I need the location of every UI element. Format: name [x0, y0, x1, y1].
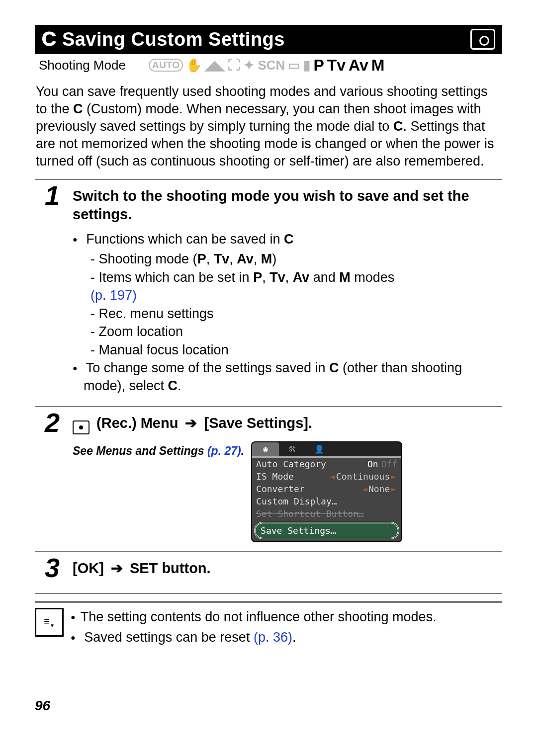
- step-heading: (Rec.) Menu ➔ [Save Settings].: [73, 414, 499, 434]
- page-reference-link[interactable]: (p. 197): [73, 286, 499, 304]
- mode-icon: ▮: [303, 58, 310, 73]
- menu-item: Custom Display…: [252, 495, 401, 507]
- arrow-right-icon: ➔: [185, 415, 197, 431]
- arrow-right-icon: ➔: [111, 560, 123, 576]
- step-row: 2 (Rec.) Menu ➔ [Save Settings]. See Men…: [35, 407, 502, 552]
- menu-screenshot: ◉ 🛠 👤 Auto Category OnOff IS Mode ◄Conti…: [251, 441, 402, 542]
- mode-icon: ⛶: [228, 58, 241, 73]
- step-body: [OK] ➔ SET button.: [70, 552, 502, 593]
- mode-tv: Tv: [327, 56, 346, 75]
- menu-tab-tools-icon: 🛠: [279, 442, 306, 456]
- shooting-mode-row: Shooting Mode AUTO ✋ ◢◣ ⛶ ✦ SCN ▭ ▮ P Tv…: [35, 54, 502, 76]
- c-glyph-inline: C: [393, 119, 403, 134]
- mode-p: P: [313, 56, 324, 75]
- dash-item: - Zoom location: [73, 323, 499, 340]
- shooting-mode-icons: AUTO ✋ ◢◣ ⛶ ✦ SCN ▭ ▮ P Tv Av M: [146, 56, 502, 75]
- menu-item: Converter ◄None►: [252, 483, 401, 495]
- dash-item: - Manual focus location: [73, 341, 499, 359]
- mode-av: Av: [349, 56, 368, 75]
- step-body: Switch to the shooting mode you wish to …: [70, 180, 502, 406]
- step-number: 2: [35, 407, 70, 551]
- note-item: Saved settings can be reset (p. 36).: [71, 628, 502, 646]
- menu-tabs: ◉ 🛠 👤: [252, 442, 401, 458]
- step-number: 3: [35, 552, 70, 593]
- c-glyph-icon: C: [42, 28, 56, 50]
- menu-item: IS Mode ◄Continuous►: [252, 470, 401, 483]
- page-number: 96: [35, 698, 502, 714]
- camera-icon: [470, 29, 495, 50]
- section-title-bar: C Saving Custom Settings: [35, 25, 502, 54]
- rec-menu-icon: [73, 420, 90, 434]
- c-glyph-inline: C: [73, 101, 83, 116]
- intro-paragraph: You can save frequently used shooting mo…: [36, 83, 501, 170]
- page-reference-link[interactable]: (p. 27): [207, 444, 241, 457]
- step-number: 1: [35, 180, 70, 406]
- mode-auto-icon: AUTO: [149, 59, 183, 72]
- dash-item: - Rec. menu settings: [73, 305, 499, 323]
- shooting-mode-label: Shooting Mode: [35, 58, 146, 73]
- section-title-text: Saving Custom Settings: [62, 29, 285, 50]
- step-heading: Switch to the shooting mode you wish to …: [73, 187, 499, 223]
- mode-icon: ▭: [288, 58, 300, 73]
- mode-icon: ◢◣: [205, 58, 225, 73]
- page-reference-link[interactable]: (p. 36): [254, 630, 292, 645]
- step-row: 3 [OK] ➔ SET button.: [35, 552, 502, 594]
- mode-m: M: [371, 56, 385, 75]
- menu-tab-camera-icon: ◉: [252, 442, 279, 456]
- menu-tab-user-icon: 👤: [306, 442, 333, 456]
- see-reference: See Menus and Settings (p. 27).: [73, 444, 244, 458]
- step-row: 1 Switch to the shooting mode you wish t…: [35, 180, 502, 407]
- menu-item-highlighted: Save Settings…: [254, 522, 399, 539]
- step-body: (Rec.) Menu ➔ [Save Settings]. See Menus…: [70, 407, 502, 551]
- mode-icon: ✋: [186, 58, 202, 73]
- step-heading: [OK] ➔ SET button.: [73, 559, 499, 577]
- notes-box: ≡▼ The setting contents do not influence…: [35, 601, 502, 648]
- menu-item: Set Shortcut Button…: [252, 507, 401, 520]
- note-icon: ≡▼: [35, 608, 64, 637]
- section-title: C Saving Custom Settings: [42, 28, 285, 50]
- bullet-item: To change some of the settings saved in …: [73, 359, 499, 395]
- menu-item: Auto Category OnOff: [252, 458, 401, 470]
- mode-icon: ✦: [244, 58, 255, 73]
- steps-table: 1 Switch to the shooting mode you wish t…: [35, 179, 502, 594]
- dash-item: - Items which can be set in P, Tv, Av an…: [73, 268, 499, 286]
- bullet-item: Functions which can be saved in C: [73, 230, 499, 248]
- dash-item: - Shooting mode (P, Tv, Av, M): [73, 250, 499, 268]
- mode-scn-icon: SCN: [258, 58, 285, 73]
- note-item: The setting contents do not influence ot…: [71, 608, 502, 626]
- manual-page: C Saving Custom Settings Shooting Mode A…: [0, 0, 537, 714]
